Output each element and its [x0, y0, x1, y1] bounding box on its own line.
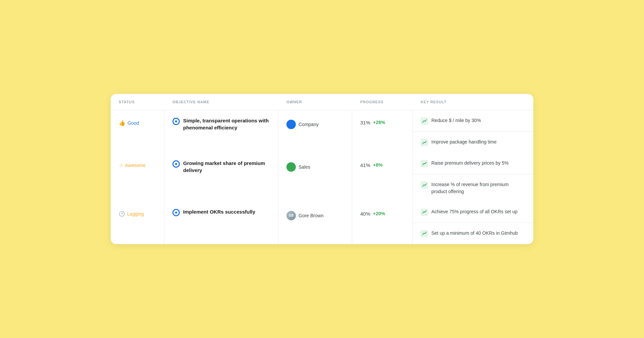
objective-icon — [172, 209, 180, 216]
owner-avatar — [286, 120, 296, 129]
owner-info: GB Gore Brown — [286, 211, 324, 220]
objective-name[interactable]: Growing market share of premium delivery — [183, 160, 270, 174]
owner-info: Sales — [286, 162, 310, 172]
owner-cell-3: GB Gore Brown — [278, 202, 352, 244]
key-result-text: Raise premium delivery prices by 5% — [431, 160, 508, 166]
key-result-text: Increase % of revenue from premium produ… — [431, 181, 525, 195]
key-result-item[interactable]: Improve package handling time — [413, 132, 533, 153]
status-badge[interactable]: 🕐 Lagging — [119, 211, 144, 217]
thumbs-up-icon: 👍 — [119, 120, 125, 126]
keyresult-cell-1: Reduce $ / mile by 30% Improve package h… — [413, 110, 533, 153]
key-result-text: Set up a minimum of 40 OKRs in Gtmhub — [431, 230, 518, 236]
progress-percent: 41% — [360, 162, 370, 168]
status-cell-1: 👍 Good — [111, 110, 164, 153]
objective-icon — [172, 160, 180, 168]
progress-cell-3: 40% +20% — [352, 202, 413, 244]
key-result-item[interactable]: Raise premium delivery prices by 5% — [413, 153, 533, 174]
clock-icon: 🕐 — [119, 211, 125, 217]
kr-trend-icon — [421, 117, 428, 125]
table-row-2: ☆ Awesome Growing market share of premiu… — [111, 153, 533, 202]
owner-cell-1: Company — [278, 110, 352, 153]
row-group-2: ☆ Awesome Growing market share of premiu… — [111, 153, 533, 202]
status-cell-3: 🕐 Lagging — [111, 202, 164, 244]
objective-icon — [172, 118, 180, 125]
kr-trend-icon — [421, 139, 428, 146]
owner-name: Company — [299, 122, 319, 127]
key-result-item[interactable]: Reduce $ / mile by 30% — [413, 110, 533, 132]
status-label: Awesome — [125, 163, 146, 168]
status-badge[interactable]: 👍 Good — [119, 120, 139, 126]
star-icon: ☆ — [119, 162, 123, 168]
table-row-1: 👍 Good Simple, transparent operations wi… — [111, 110, 533, 153]
objective-name[interactable]: Implement OKRs successfully — [183, 208, 255, 215]
progress-delta: +28% — [373, 120, 385, 125]
row-group-1: 👍 Good Simple, transparent operations wi… — [111, 110, 533, 153]
owner-name: Sales — [299, 164, 310, 170]
table-row-3: 🕐 Lagging Implement OKRs successfully GB… — [111, 202, 533, 244]
progress-percent: 31% — [360, 120, 370, 125]
objective-cell-3: Implement OKRs successfully — [164, 202, 278, 244]
key-result-item[interactable]: Achieve 75% progress of all OKRs set up — [413, 202, 533, 223]
keyresult-cell-2: Raise premium delivery prices by 5% Incr… — [413, 153, 533, 202]
status-label: Lagging — [127, 211, 144, 217]
owner-avatar — [286, 162, 296, 172]
progress-delta: +20% — [373, 211, 385, 216]
owner-cell-2: Sales — [278, 153, 352, 202]
kr-trend-icon — [421, 160, 428, 167]
kr-trend-icon — [421, 209, 428, 216]
col-status: STATUS — [111, 94, 164, 110]
status-cell-2: ☆ Awesome — [111, 153, 164, 202]
keyresult-cell-3: Achieve 75% progress of all OKRs set up … — [413, 202, 533, 244]
progress-cell-2: 41% +8% — [352, 153, 413, 202]
col-objective: OBJECTIVE NAME — [164, 94, 278, 110]
key-result-item[interactable]: Increase % of revenue from premium produ… — [413, 174, 533, 202]
row-group-3: 🕐 Lagging Implement OKRs successfully GB… — [111, 202, 533, 244]
owner-info: Company — [286, 120, 319, 129]
objective-cell-1: Simple, transparent operations with phen… — [164, 110, 278, 153]
col-keyresult: KEY RESULT — [413, 94, 533, 110]
status-label: Good — [127, 120, 139, 126]
col-owner: OWNER — [278, 94, 352, 110]
key-result-text: Reduce $ / mile by 30% — [431, 117, 481, 124]
objective-name[interactable]: Simple, transparent operations with phen… — [183, 117, 270, 131]
progress-cell-1: 31% +28% — [352, 110, 413, 153]
okr-table: STATUS OBJECTIVE NAME OWNER PROGRESS KEY… — [111, 94, 533, 244]
progress-delta: +8% — [373, 162, 382, 168]
status-badge[interactable]: ☆ Awesome — [119, 162, 146, 168]
kr-trend-icon — [421, 230, 428, 237]
key-result-text: Achieve 75% progress of all OKRs set up — [431, 208, 518, 215]
col-progress: PROGRESS — [352, 94, 413, 110]
key-result-item[interactable]: Set up a minimum of 40 OKRs in Gtmhub — [413, 223, 533, 244]
owner-name: Gore Brown — [299, 213, 324, 218]
owner-avatar: GB — [286, 211, 296, 220]
key-result-text: Improve package handling time — [431, 138, 497, 145]
objective-cell-2: Growing market share of premium delivery — [164, 153, 278, 202]
progress-percent: 40% — [360, 211, 370, 217]
kr-trend-icon — [421, 181, 428, 189]
